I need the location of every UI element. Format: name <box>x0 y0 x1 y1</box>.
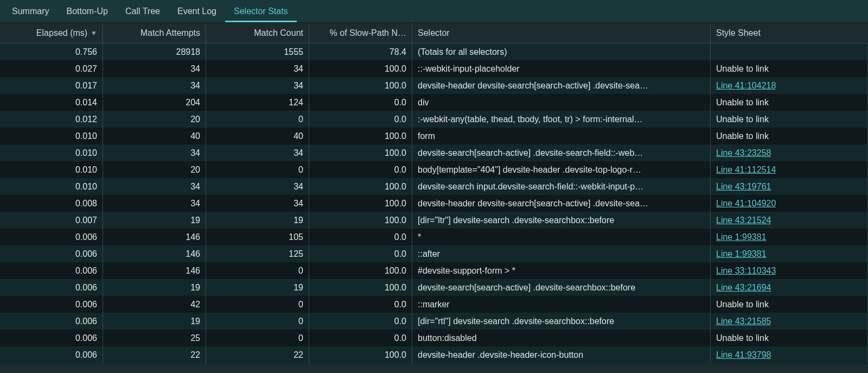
cell-count: 0 <box>206 330 309 346</box>
cell-selector: :-webkit-any(table, thead, tbody, tfoot,… <box>412 111 711 128</box>
stylesheet-link[interactable]: Line 41:112514 <box>716 165 776 175</box>
table-row[interactable]: 0.0122000.0:-webkit-any(table, thead, tb… <box>0 111 868 128</box>
tab-bar: SummaryBottom-UpCall TreeEvent LogSelect… <box>0 0 868 23</box>
cell-stylesheet: Unable to link <box>711 111 868 128</box>
table-row[interactable]: 0.0062222100.0devsite-header .devsite-he… <box>0 346 868 363</box>
cell-stylesheet-text: Unable to link <box>716 131 769 141</box>
cell-selector: [dir="ltr"] devsite-search .devsite-sear… <box>412 212 711 229</box>
cell-selector: devsite-header devsite-search[search-act… <box>412 195 711 212</box>
cell-attempts: 34 <box>103 144 206 161</box>
cell-pct-text: 100.0 <box>385 64 406 74</box>
cell-count-text: 0 <box>298 317 303 326</box>
table-row[interactable]: 0.0061919100.0devsite-search[search-acti… <box>0 279 868 296</box>
cell-elapsed: 0.010 <box>0 128 103 144</box>
stylesheet-link[interactable]: Line 43:23258 <box>716 148 771 158</box>
cell-stylesheet: Line 41:93798 <box>711 346 868 363</box>
cell-count-text: 0 <box>298 333 303 343</box>
cell-attempts: 22 <box>103 346 206 363</box>
table-row[interactable]: 0.0061900.0[dir="rtl"] devsite-search .d… <box>0 313 868 330</box>
cell-elapsed-text: 0.027 <box>75 64 97 74</box>
column-header-sheet[interactable]: Style Sheet <box>711 23 868 43</box>
table-row[interactable]: 0.75628918155578.4(Totals for all select… <box>0 43 868 60</box>
cell-stylesheet: Unable to link <box>711 60 868 77</box>
cell-stylesheet: Unable to link <box>711 330 868 346</box>
tab-event-log[interactable]: Event Log <box>169 0 225 22</box>
cell-pct: 100.0 <box>309 195 412 212</box>
cell-attempts-text: 146 <box>186 232 200 242</box>
tab-call-tree[interactable]: Call Tree <box>117 0 169 22</box>
cell-stylesheet: Line 33:110343 <box>711 262 868 279</box>
cell-elapsed-text: 0.010 <box>75 131 97 141</box>
column-header-attempts[interactable]: Match Attempts <box>103 23 206 43</box>
cell-elapsed-text: 0.007 <box>75 216 97 225</box>
table-row[interactable]: 0.0061461050.0*Line 1:99381 <box>0 229 868 245</box>
cell-attempts-text: 146 <box>186 249 200 259</box>
table-row[interactable]: 0.0103434100.0devsite-search input.devsi… <box>0 178 868 195</box>
cell-elapsed: 0.010 <box>0 161 103 178</box>
cell-selector-text: div <box>418 98 429 108</box>
table-row[interactable]: 0.0102000.0body[template="404"] devsite-… <box>0 161 868 178</box>
cell-count: 19 <box>206 212 309 229</box>
cell-selector: devsite-header .devsite-header-icon-butt… <box>412 346 711 363</box>
cell-attempts-text: 28918 <box>176 47 201 57</box>
cell-attempts-text: 34 <box>190 199 200 208</box>
tab-summary[interactable]: Summary <box>3 0 58 22</box>
cell-selector-text: devsite-header devsite-search[search-act… <box>418 81 648 91</box>
cell-elapsed: 0.010 <box>0 178 103 195</box>
cell-attempts: 28918 <box>103 43 206 60</box>
stylesheet-link[interactable]: Line 43:21524 <box>716 216 771 225</box>
cell-selector: form <box>412 128 711 144</box>
table-row[interactable]: 0.0273434100.0::-webkit-input-placeholde… <box>0 60 868 77</box>
column-header-elapsed[interactable]: Elapsed (ms)▼ <box>0 23 103 43</box>
cell-elapsed-text: 0.006 <box>75 283 97 293</box>
cell-count: 125 <box>206 245 309 262</box>
table-row[interactable]: 0.0061460100.0#devsite-support-form > *L… <box>0 262 868 279</box>
cell-pct: 100.0 <box>309 60 412 77</box>
cell-stylesheet-text: Unable to link <box>716 333 769 343</box>
column-header-selector[interactable]: Selector <box>412 23 711 43</box>
cell-pct-text: 100.0 <box>385 182 406 192</box>
cell-stylesheet: Line 1:99381 <box>711 245 868 262</box>
stylesheet-link[interactable]: Line 43:21694 <box>716 283 771 293</box>
stylesheet-link[interactable]: Line 41:104218 <box>716 81 776 91</box>
tab-selector-stats[interactable]: Selector Stats <box>225 0 297 22</box>
stylesheet-link[interactable]: Line 41:93798 <box>716 350 771 360</box>
cell-count-text: 40 <box>293 131 303 141</box>
table-row[interactable]: 0.0103434100.0devsite-search[search-acti… <box>0 144 868 161</box>
stylesheet-link[interactable]: Line 1:99381 <box>716 232 767 242</box>
cell-selector-text: ::-webkit-input-placeholder <box>418 64 520 74</box>
cell-elapsed: 0.014 <box>0 94 103 111</box>
cell-count: 34 <box>206 144 309 161</box>
table-row[interactable]: 0.0071919100.0[dir="ltr"] devsite-search… <box>0 212 868 229</box>
cell-selector: #devsite-support-form > * <box>412 262 711 279</box>
cell-stylesheet: Line 43:21694 <box>711 279 868 296</box>
table-row[interactable]: 0.0062500.0button:disabledUnable to link <box>0 330 868 346</box>
cell-elapsed: 0.006 <box>0 245 103 262</box>
table-row[interactable]: 0.0142041240.0divUnable to link <box>0 94 868 111</box>
cell-elapsed-text: 0.006 <box>75 232 97 242</box>
table-row[interactable]: 0.0173434100.0devsite-header devsite-sea… <box>0 77 868 94</box>
cell-attempts: 19 <box>103 212 206 229</box>
tab-bottom-up[interactable]: Bottom-Up <box>58 0 116 22</box>
cell-selector-text: devsite-search[search-active] .devsite-s… <box>418 283 635 293</box>
stylesheet-link[interactable]: Line 33:110343 <box>716 266 776 276</box>
cell-elapsed-text: 0.006 <box>75 300 97 309</box>
column-header-count[interactable]: Match Count <box>206 23 309 43</box>
table-row[interactable]: 0.0061461250.0::afterLine 1:99381 <box>0 245 868 262</box>
cell-count-text: 34 <box>293 64 303 74</box>
stylesheet-link[interactable]: Line 43:21585 <box>716 317 771 326</box>
table-row[interactable]: 0.0104040100.0formUnable to link <box>0 128 868 144</box>
cell-pct: 0.0 <box>309 245 412 262</box>
cell-selector: button:disabled <box>412 330 711 346</box>
stylesheet-link[interactable]: Line 41:104920 <box>716 199 776 208</box>
cell-stylesheet: Unable to link <box>711 128 868 144</box>
table-row[interactable]: 0.0064200.0::markerUnable to link <box>0 296 868 313</box>
stylesheet-link[interactable]: Line 1:99381 <box>716 249 767 259</box>
stylesheet-link[interactable]: Line 43:19761 <box>716 182 771 192</box>
cell-stylesheet: Line 43:21524 <box>711 212 868 229</box>
column-header-pct[interactable]: % of Slow-Path N… <box>309 23 412 43</box>
cell-elapsed: 0.010 <box>0 144 103 161</box>
cell-pct: 100.0 <box>309 178 412 195</box>
table-row[interactable]: 0.0083434100.0devsite-header devsite-sea… <box>0 195 868 212</box>
cell-pct-text: 100.0 <box>385 131 406 141</box>
